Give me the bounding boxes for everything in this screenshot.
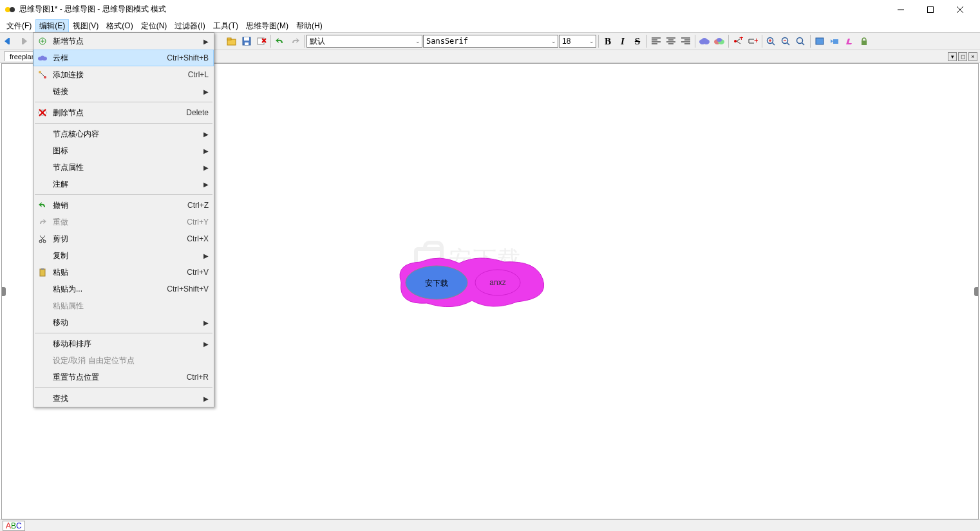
menu-item-删除节点[interactable]: 删除节点Delete (33, 104, 214, 121)
open-button[interactable] (225, 34, 239, 48)
highlight-button[interactable] (842, 34, 856, 48)
svg-point-30 (702, 38, 707, 42)
svg-rect-52 (833, 39, 838, 44)
menu-item-粘贴[interactable]: 粘贴Ctrl+V (33, 264, 214, 281)
style-combo[interactable]: 默认⌄ (306, 35, 422, 48)
undo-button[interactable] (273, 34, 287, 48)
maximize-button[interactable] (916, 0, 945, 19)
strike-button[interactable]: S (630, 34, 645, 48)
close-map-button[interactable] (254, 34, 269, 48)
goto-root-button[interactable] (827, 34, 842, 48)
menu-format[interactable]: 格式(O) (102, 19, 137, 33)
menu-item-重做: 重做Ctrl+Y (33, 214, 214, 230)
spellcheck-button[interactable]: ABC (3, 521, 25, 531)
center-button[interactable] (813, 34, 827, 48)
menu-item-shortcut: Ctrl+Shift+V (167, 284, 209, 293)
menu-item-label: 撤销 (53, 200, 187, 211)
zoom-fit-button[interactable] (794, 34, 808, 48)
cloud-button[interactable] (697, 34, 711, 48)
svg-rect-12 (245, 42, 249, 45)
svg-rect-55 (862, 41, 867, 45)
submenu-arrow-icon: ▶ (203, 164, 209, 171)
font-combo[interactable]: SansSerif⌄ (423, 35, 558, 48)
menu-mindmap[interactable]: 思维导图(M) (242, 19, 292, 33)
redo-icon (36, 216, 49, 228)
lock-button[interactable] (857, 34, 871, 48)
menu-edit[interactable]: 编辑(E) (35, 19, 69, 33)
redo-button[interactable] (288, 34, 302, 48)
menu-item-设定/取消 自由定位节点: 设定/取消 自由定位节点 (33, 352, 214, 369)
menu-item-剪切[interactable]: 剪切Ctrl+X (33, 230, 214, 247)
menu-navigate[interactable]: 定位(N) (137, 19, 171, 33)
save-button[interactable] (240, 34, 254, 48)
menu-filter[interactable]: 过滤器(I) (171, 19, 209, 33)
italic-button[interactable]: I (616, 34, 630, 48)
menu-item-label: 链接 (53, 86, 201, 97)
minimize-button[interactable] (886, 0, 916, 19)
svg-rect-9 (227, 38, 231, 40)
align-left-button[interactable] (649, 34, 663, 48)
menu-item-添加连接[interactable]: 添加连接Ctrl+L (33, 66, 214, 83)
size-combo[interactable]: 18⌄ (559, 35, 596, 48)
add-child-button[interactable]: + (731, 34, 745, 48)
menu-item-新增节点[interactable]: 新增节点▶ (33, 33, 214, 50)
menu-item-label: 新增节点 (53, 36, 201, 47)
menu-tools[interactable]: 工具(T) (209, 19, 242, 33)
tab-restore-button[interactable]: ◻ (958, 52, 967, 61)
menu-item-label: 粘贴为... (53, 284, 167, 295)
menu-item-查找[interactable]: 查找▶ (33, 390, 214, 407)
close-button[interactable] (945, 0, 975, 19)
blank-icon (36, 299, 49, 312)
menu-item-节点属性[interactable]: 节点属性▶ (33, 159, 214, 176)
align-right-button[interactable] (679, 34, 693, 48)
svg-point-34 (734, 40, 737, 42)
nav-back-button[interactable] (1, 34, 15, 48)
scroll-handle-left[interactable] (2, 287, 6, 296)
scroll-handle-right[interactable] (974, 287, 978, 296)
zoom-in-button[interactable] (764, 34, 778, 48)
svg-line-47 (787, 43, 790, 46)
add-sibling-button[interactable]: + (746, 34, 760, 48)
zoom-out-button[interactable] (779, 34, 793, 48)
menu-separator (35, 387, 212, 388)
menu-item-label: 云框 (53, 53, 167, 64)
menu-item-链接[interactable]: 链接▶ (33, 83, 214, 100)
undo-icon (36, 199, 49, 212)
menu-item-移动和排序[interactable]: 移动和排序▶ (33, 335, 214, 352)
menu-item-shortcut: Delete (186, 108, 209, 117)
submenu-arrow-icon: ▶ (203, 252, 209, 259)
cloud-color-button[interactable] (712, 34, 726, 48)
menu-item-label: 删除节点 (53, 107, 186, 118)
blank-icon (36, 178, 49, 191)
menu-item-重置节点位置[interactable]: 重置节点位置Ctrl+R (33, 369, 214, 386)
menu-item-图标[interactable]: 图标▶ (33, 142, 214, 159)
svg-rect-5 (8, 38, 10, 44)
separator (598, 35, 599, 48)
menu-item-复制[interactable]: 复制▶ (33, 247, 214, 264)
bold-button[interactable]: B (601, 34, 615, 48)
menu-item-云框[interactable]: 云框Ctrl+Shift+B (33, 50, 214, 66)
menu-help[interactable]: 帮助(H) (292, 19, 326, 33)
tab-close-button[interactable]: × (968, 52, 977, 61)
submenu-arrow-icon: ▶ (203, 319, 209, 326)
menubar: 文件(F) 编辑(E) 视图(V) 格式(O) 定位(N) 过滤器(I) 工具(… (0, 19, 980, 32)
menu-item-label: 重置节点位置 (53, 372, 187, 383)
align-center-button[interactable] (664, 34, 678, 48)
nav-forward-button[interactable] (16, 34, 30, 48)
menu-view[interactable]: 视图(V) (69, 19, 102, 33)
menu-item-粘贴为...[interactable]: 粘贴为...Ctrl+Shift+V (33, 281, 214, 297)
menu-item-节点核心内容[interactable]: 节点核心内容▶ (33, 126, 214, 142)
svg-rect-74 (40, 269, 45, 276)
cut-icon (36, 232, 49, 245)
separator (695, 35, 695, 48)
tab-menu-button[interactable]: ▾ (948, 52, 957, 61)
svg-point-63 (41, 56, 44, 59)
menu-item-撤销[interactable]: 撤销Ctrl+Z (33, 197, 214, 214)
menu-item-label: 粘贴属性 (53, 301, 209, 312)
menu-item-注解[interactable]: 注解▶ (33, 176, 214, 192)
menu-file[interactable]: 文件(F) (3, 19, 35, 33)
svg-line-43 (773, 43, 775, 46)
menu-item-移动[interactable]: 移动▶ (33, 314, 214, 331)
submenu-arrow-icon: ▶ (203, 131, 209, 138)
svg-text:+: + (754, 37, 758, 45)
